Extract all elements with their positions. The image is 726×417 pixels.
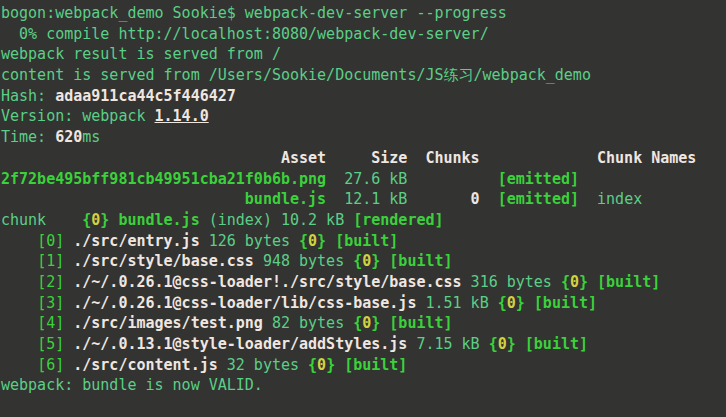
text-segment: } bbox=[326, 356, 335, 374]
text-segment: 948 bytes bbox=[254, 252, 353, 270]
text-segment bbox=[64, 232, 73, 250]
terminal-line: webpack: bundle is now VALID. bbox=[1, 375, 726, 396]
terminal-line: content is served from /Users/Sookie/Doc… bbox=[1, 65, 726, 86]
text-segment: 0 bbox=[362, 314, 371, 332]
text-segment: } bbox=[371, 314, 380, 332]
text-segment: (index) 10.2 kB bbox=[200, 211, 354, 229]
text-segment: [built] bbox=[389, 252, 452, 270]
terminal-line: [4] ./src/images/test.png 82 bytes {0} [… bbox=[1, 313, 726, 334]
text-segment: } bbox=[507, 335, 516, 353]
text-segment: [built] bbox=[389, 314, 452, 332]
text-segment: [1] bbox=[37, 252, 64, 270]
text-segment: 1.14.0 bbox=[155, 107, 209, 125]
text-segment bbox=[64, 356, 73, 374]
text-segment: 32 bytes bbox=[218, 356, 308, 374]
text-segment: 316 bytes bbox=[462, 273, 561, 291]
text-segment bbox=[1, 294, 37, 312]
terminal-output: bogon:webpack_demo Sookie$ webpack-dev-s… bbox=[1, 3, 726, 396]
text-segment: { bbox=[353, 252, 362, 270]
terminal-window[interactable]: bogon:webpack_demo Sookie$ webpack-dev-s… bbox=[0, 0, 726, 417]
text-segment bbox=[64, 314, 73, 332]
terminal-line: Hash: adaa911ca44c5f446427 bbox=[1, 86, 726, 107]
text-segment: 0 bbox=[91, 211, 100, 229]
text-segment: [emitted] bbox=[498, 190, 579, 208]
terminal-line: bundle.js 12.1 kB 0 [emitted] index bbox=[1, 189, 726, 210]
text-segment bbox=[1, 314, 37, 332]
text-segment: { bbox=[489, 335, 498, 353]
text-segment: ./src/style/base.css bbox=[73, 252, 254, 270]
text-segment: { bbox=[308, 356, 317, 374]
terminal-line: 0% compile http://localhost:8080/webpack… bbox=[1, 24, 726, 45]
text-segment: Asset Size Chunks Chunk Names bbox=[1, 149, 696, 167]
text-segment: ./src/entry.js bbox=[73, 232, 199, 250]
text-segment: chunk bbox=[1, 211, 82, 229]
terminal-line: [2] ./~/.0.26.1@css-loader!./src/style/b… bbox=[1, 272, 726, 293]
text-segment bbox=[1, 273, 37, 291]
terminal-line: [0] ./src/entry.js 126 bytes {0} [built] bbox=[1, 231, 726, 252]
text-segment: Version: webpack bbox=[1, 107, 155, 125]
text-segment: [built] bbox=[344, 356, 407, 374]
text-segment: 0 bbox=[362, 252, 371, 270]
text-segment: } bbox=[317, 232, 326, 250]
text-segment: Time: bbox=[1, 128, 55, 146]
text-segment bbox=[1, 356, 37, 374]
text-segment: ./src/content.js bbox=[73, 356, 218, 374]
text-segment bbox=[64, 252, 73, 270]
text-segment: [built] bbox=[534, 294, 597, 312]
text-segment: content is served from /Users/Sookie/Doc… bbox=[1, 66, 591, 84]
terminal-line: [5] ./~/.0.13.1@style-loader/addStyles.j… bbox=[1, 334, 726, 355]
text-segment bbox=[516, 335, 525, 353]
text-segment: [3] bbox=[37, 294, 64, 312]
text-segment: { bbox=[353, 314, 362, 332]
text-segment: [4] bbox=[37, 314, 64, 332]
text-segment: [rendered] bbox=[353, 211, 443, 229]
text-segment: [built] bbox=[525, 335, 588, 353]
text-segment: ./~/.0.26.1@css-loader/lib/css-base.js bbox=[73, 294, 416, 312]
text-segment bbox=[64, 335, 73, 353]
text-segment bbox=[1, 252, 37, 270]
terminal-line: [3] ./~/.0.26.1@css-loader/lib/css-base.… bbox=[1, 293, 726, 314]
text-segment: 0 bbox=[317, 356, 326, 374]
text-segment bbox=[1, 190, 245, 208]
text-segment: [2] bbox=[37, 273, 64, 291]
terminal-input-line bbox=[1, 396, 726, 417]
text-segment: Hash: bbox=[1, 87, 55, 105]
text-segment: adaa911ca44c5f446427 bbox=[55, 87, 236, 105]
text-segment: [6] bbox=[37, 356, 64, 374]
terminal-line: Time: 620ms bbox=[1, 127, 726, 148]
text-segment: 27.6 kB bbox=[326, 170, 407, 188]
text-segment: { bbox=[299, 232, 308, 250]
text-segment: { bbox=[498, 294, 507, 312]
text-segment: } bbox=[371, 252, 380, 270]
terminal-line: [1] ./src/style/base.css 948 bytes {0} [… bbox=[1, 251, 726, 272]
text-segment bbox=[64, 273, 73, 291]
text-segment bbox=[480, 190, 498, 208]
text-segment bbox=[64, 294, 73, 312]
text-segment: webpack: bundle is now VALID. bbox=[1, 376, 263, 394]
text-segment: { bbox=[561, 273, 570, 291]
text-segment: ./src/images/test.png bbox=[73, 314, 263, 332]
text-segment: 12.1 kB bbox=[326, 190, 407, 208]
text-segment: 0% compile http://localhost:8080/webpack… bbox=[1, 25, 489, 43]
text-segment: [0] bbox=[37, 232, 64, 250]
text-segment: index bbox=[579, 190, 642, 208]
terminal-line: Version: webpack 1.14.0 bbox=[1, 106, 726, 127]
text-segment bbox=[525, 294, 534, 312]
text-segment: { bbox=[82, 211, 91, 229]
text-segment: [built] bbox=[335, 232, 398, 250]
text-segment: bundle.js bbox=[245, 190, 326, 208]
text-segment: [built] bbox=[597, 273, 660, 291]
text-segment bbox=[1, 232, 37, 250]
text-segment: 0 bbox=[308, 232, 317, 250]
text-segment bbox=[1, 335, 37, 353]
terminal-line: webpack result is served from / bbox=[1, 44, 726, 65]
text-segment bbox=[380, 314, 389, 332]
text-segment: 0 bbox=[407, 190, 479, 208]
text-segment: 7.15 kB bbox=[407, 335, 488, 353]
text-segment: 1.51 kB bbox=[416, 294, 497, 312]
text-segment bbox=[335, 356, 344, 374]
text-segment: [emitted] bbox=[498, 170, 579, 188]
text-segment: bogon:webpack_demo Sookie$ webpack-dev-s… bbox=[1, 4, 507, 22]
terminal-line: 2f72be495bff981cb49951cba21f0b6b.png 27.… bbox=[1, 169, 726, 190]
text-segment: bundle.js bbox=[118, 211, 199, 229]
